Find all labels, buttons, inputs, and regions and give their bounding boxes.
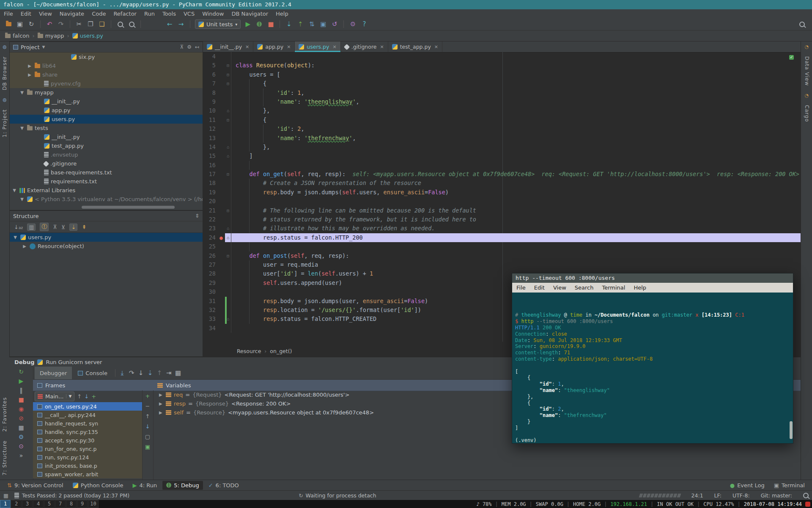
workspace-5[interactable]: 5: [44, 500, 55, 508]
breadcrumb-item-userspy[interactable]: users.py: [72, 33, 103, 39]
line-number[interactable]: 12: [203, 124, 217, 133]
toolwindow-button-5-debug[interactable]: 5: Debug: [162, 481, 203, 490]
workspace-10[interactable]: 10: [88, 500, 99, 508]
line-number[interactable]: 10: [203, 106, 217, 115]
undo-icon[interactable]: ↶: [45, 20, 54, 28]
line-number[interactable]: 13: [203, 134, 217, 143]
line-number[interactable]: 4: [203, 52, 217, 61]
line-number[interactable]: 17: [203, 170, 217, 179]
chevron-down-icon[interactable]: ▼: [66, 394, 71, 398]
menu-help[interactable]: Help: [272, 10, 292, 18]
help-icon[interactable]: ?: [360, 20, 368, 28]
menu-window[interactable]: Window: [198, 10, 228, 18]
editor-tab-__init__py[interactable]: __init__.py×: [203, 41, 253, 52]
workspace-4[interactable]: 4: [33, 500, 44, 508]
menu-navigate[interactable]: Navigate: [56, 10, 88, 18]
workspace-2[interactable]: 2: [11, 500, 22, 508]
terminal-menu-help[interactable]: Help: [629, 284, 650, 291]
project-item-six-py[interactable]: six.py: [10, 52, 203, 61]
line-number[interactable]: 11: [203, 116, 217, 124]
expand-variable-icon[interactable]: ▶: [159, 410, 163, 415]
frame-down-icon[interactable]: ↓: [84, 393, 89, 400]
search-everywhere-icon[interactable]: [798, 20, 806, 28]
inspection-ok-icon[interactable]: ✓: [789, 55, 794, 60]
line-number[interactable]: 19: [203, 188, 217, 197]
tree-toggle-icon[interactable]: ▼: [19, 126, 25, 130]
terminal-menu-terminal[interactable]: Terminal: [598, 284, 629, 291]
encoding-indicator[interactable]: UTF-8:: [732, 492, 750, 499]
project-item-share[interactable]: ▶share: [10, 70, 203, 79]
stack-frame-run_for_one[interactable]: run_for_one, sync.p: [33, 444, 142, 453]
toolwindow-button-terminal[interactable]: ▣Terminal: [770, 481, 809, 490]
tool-button-db-browser[interactable]: DB Browser: [2, 56, 8, 90]
step-out-icon[interactable]: ↑: [155, 369, 164, 377]
line-number[interactable]: 30: [203, 287, 217, 296]
stack-frame-spawn_worker[interactable]: spawn_worker, arbit: [33, 470, 142, 478]
stack-frame-handle_request[interactable]: handle_request, syn: [33, 419, 142, 428]
debug-icon[interactable]: [255, 20, 263, 28]
line-number[interactable]: 14: [203, 143, 217, 152]
tree-toggle-icon[interactable]: ▶: [27, 72, 33, 77]
workspace-1[interactable]: 1: [0, 500, 11, 508]
toolwindow-button-python-console[interactable]: Python Console: [69, 481, 127, 490]
vcs-update-icon[interactable]: ⇣: [285, 20, 293, 28]
window-titlebar[interactable]: falcon - [~/Documents/falcon] - .../myap…: [0, 0, 812, 9]
line-number[interactable]: 8: [203, 88, 217, 97]
search-icon[interactable]: [803, 493, 809, 498]
close-tab-icon[interactable]: ×: [332, 44, 336, 50]
vcs-commit-icon[interactable]: ⇡: [296, 20, 304, 28]
step-into-icon[interactable]: ↓: [137, 369, 145, 377]
mute-breakpoints-icon[interactable]: ⊘: [19, 415, 24, 422]
copy-icon[interactable]: ❐: [86, 20, 95, 28]
open-icon[interactable]: [4, 20, 13, 28]
breadcrumb-item-falcon[interactable]: falcon: [5, 33, 30, 39]
settings-icon[interactable]: ⚙: [19, 433, 24, 440]
line-number[interactable]: 31: [203, 297, 217, 306]
editor-tab-apppy[interactable]: app.py×: [253, 41, 295, 52]
project-item-app-py[interactable]: app.py: [10, 106, 203, 115]
project-item-__init__-py[interactable]: __init__.py: [10, 97, 203, 106]
project-item-pyvenv-cfg[interactable]: pyvenv.cfg: [10, 79, 203, 88]
terminal-scrollbar[interactable]: [790, 421, 793, 439]
pause-icon[interactable]: ‖: [20, 387, 23, 394]
run-to-cursor-icon[interactable]: ⇥: [165, 369, 173, 377]
line-number[interactable]: 5: [203, 61, 217, 70]
workspace-8[interactable]: 8: [66, 500, 77, 508]
menu-edit[interactable]: Edit: [17, 10, 35, 18]
breakpoint-icon[interactable]: [217, 233, 225, 242]
add-watch-icon[interactable]: +: [145, 393, 150, 399]
paste-icon[interactable]: ❑: [98, 20, 106, 28]
project-item-test_app-py[interactable]: test_app.py: [10, 141, 203, 150]
close-tab-icon[interactable]: ×: [434, 44, 438, 50]
editor-breadcrumb-on_get[interactable]: on_get(): [270, 348, 292, 354]
line-number[interactable]: 18: [203, 179, 217, 188]
line-number[interactable]: 29: [203, 279, 217, 287]
editor-breadcrumb-Resource[interactable]: Resource: [237, 348, 261, 354]
project-item-external-libraries[interactable]: ▼External Libraries: [10, 186, 203, 195]
editor-tab-userspy[interactable]: users.py×: [295, 41, 340, 52]
stack-frame-__call__[interactable]: __call__, api.py:244: [33, 411, 142, 419]
hide-panel-icon[interactable]: ↤: [195, 44, 199, 50]
expand-variable-icon[interactable]: ▶: [159, 392, 163, 397]
menu-code[interactable]: Code: [88, 10, 110, 18]
move-up-icon[interactable]: ↑: [145, 413, 150, 420]
vcs-compare-icon[interactable]: ⇅: [307, 20, 316, 28]
back-icon[interactable]: ←: [165, 20, 174, 28]
menu-file[interactable]: File: [0, 10, 17, 18]
gear-icon[interactable]: ⚙: [187, 44, 192, 50]
step-over-icon[interactable]: ↷: [127, 369, 136, 377]
tool-button-7-structure[interactable]: 7: Structure: [2, 440, 8, 475]
menu-run[interactable]: Run: [140, 10, 159, 18]
terminal-menu-search[interactable]: Search: [571, 284, 598, 291]
collapse-all-icon[interactable]: ⊼: [180, 44, 184, 50]
tree-toggle-icon[interactable]: ▼: [12, 235, 18, 240]
tray-icon[interactable]: [805, 502, 810, 507]
stack-frame-init_process[interactable]: init_process, base.p: [33, 461, 142, 470]
edit-config-icon[interactable]: ⚙: [348, 20, 357, 28]
tool-button-2-favorites[interactable]: 2: Favorites: [2, 397, 8, 432]
chevron-down-icon[interactable]: ▼: [42, 45, 45, 49]
resume-icon[interactable]: ▶: [19, 378, 24, 384]
sort-alpha-icon[interactable]: ↓az: [14, 224, 23, 230]
copy-icon[interactable]: ▢: [145, 433, 150, 440]
expand-panel-icon[interactable]: ⇕: [195, 213, 199, 219]
